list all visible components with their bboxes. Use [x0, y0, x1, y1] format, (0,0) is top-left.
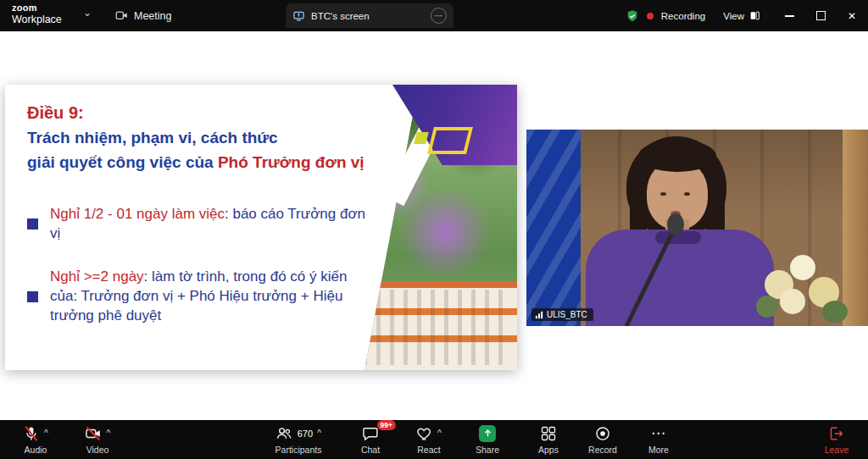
- slide-title-line1: Trách nhiệm, phạm vi, cách thức: [27, 129, 278, 147]
- participant-name-badge: ULIS_BTC: [531, 308, 593, 321]
- view-layout-icon: [749, 10, 760, 21]
- chat-label: Chat: [361, 445, 380, 455]
- microphone-muted-icon: [23, 425, 40, 442]
- participants-label: Participants: [275, 445, 322, 455]
- slide-title: Trách nhiệm, phạm vi, cách thức giải quy…: [27, 126, 366, 174]
- more-button[interactable]: ⋯ More: [648, 424, 669, 455]
- bullet-square-icon: [27, 291, 38, 302]
- share-button[interactable]: Share: [476, 424, 499, 455]
- video-label: Video: [86, 445, 109, 455]
- audio-level-icon: [535, 311, 543, 319]
- record-label: Record: [588, 445, 617, 455]
- more-dots-icon: ⋯: [651, 424, 666, 442]
- leave-button[interactable]: Leave: [825, 424, 849, 455]
- shared-screen-slide: Điều 9: Trách nhiệm, phạm vi, cách thức …: [5, 85, 517, 370]
- screen-tab-label: BTC's screen: [311, 11, 370, 21]
- audio-button[interactable]: ^ Audio: [23, 424, 48, 455]
- participant-name: ULIS_BTC: [547, 310, 587, 319]
- participants-button[interactable]: 670 ^ Participants: [275, 424, 322, 455]
- recording-label: Recording: [661, 11, 705, 21]
- view-button[interactable]: View: [723, 10, 760, 21]
- bullet1-red-text: Nghỉ 1/2 - 01 ngày làm việc: [50, 206, 225, 222]
- close-button[interactable]: ✕: [848, 11, 856, 21]
- share-label: Share: [476, 445, 499, 455]
- window-controls: ✕: [785, 11, 856, 21]
- chat-icon: [362, 425, 379, 442]
- react-options-chevron[interactable]: ^: [437, 428, 442, 436]
- maximize-button[interactable]: [816, 11, 826, 20]
- heart-icon: [416, 425, 433, 442]
- audio-options-chevron[interactable]: ^: [44, 428, 48, 436]
- slide-title-line2-blue: giải quyết công việc của: [27, 153, 218, 171]
- slide-heading: Điều 9:: [27, 103, 366, 123]
- slide-bullet-2: Nghỉ >=2 ngày: làm tờ trình, trong đó có…: [27, 268, 366, 326]
- zoom-workplace-logo: zoom Workplace: [12, 3, 62, 26]
- zoom-logo-text: zoom: [12, 3, 62, 14]
- apps-grid-icon: [540, 425, 557, 442]
- monitor-icon: [292, 10, 305, 22]
- workplace-logo-text: Workplace: [12, 14, 62, 26]
- bullet-square-icon: [27, 218, 38, 230]
- speaker-video-tile[interactable]: ULIS_BTC: [526, 130, 868, 326]
- react-button[interactable]: ^ React: [416, 424, 442, 455]
- slide-title-line2-red: Phó Trưởng đơn vị: [218, 153, 364, 171]
- meeting-toolbar: ^ Audio ^ Video: [0, 420, 868, 459]
- share-screen-icon: [479, 425, 496, 442]
- flower-arrangement: [756, 248, 849, 326]
- tab-btcs-screen[interactable]: BTC's screen ⋯: [286, 3, 453, 28]
- workspace-chevron-icon[interactable]: ⌄: [83, 7, 92, 19]
- bullet2-red-text: Nghỉ >=2 ngày: [50, 268, 144, 285]
- titlebar-right: Recording View ✕: [626, 0, 868, 31]
- participants-count: 670: [298, 429, 313, 439]
- titlebar: zoom Workplace ⌄ Meeting BTC's screen ⋯: [0, 0, 868, 31]
- slide-bullet-1: Nghỉ 1/2 - 01 ngày làm việc: báo cáo Trư…: [27, 205, 366, 244]
- react-label: React: [417, 445, 440, 455]
- recording-dot-icon: [647, 13, 654, 19]
- participants-icon: [275, 425, 293, 442]
- slide-building-image: [348, 281, 517, 370]
- leave-icon: [828, 425, 845, 442]
- security-shield-icon[interactable]: [626, 9, 639, 23]
- chat-unread-badge: 99+: [377, 420, 396, 430]
- audio-label: Audio: [25, 445, 47, 455]
- apps-button[interactable]: Apps: [538, 424, 559, 455]
- slide-text-block: Điều 9: Trách nhiệm, phạm vi, cách thức …: [27, 103, 366, 326]
- view-label: View: [723, 11, 744, 21]
- meeting-icon: [115, 9, 128, 22]
- camera-off-icon: [84, 425, 102, 442]
- participants-options-chevron[interactable]: ^: [317, 428, 321, 436]
- video-button[interactable]: ^ Video: [84, 424, 110, 455]
- meeting-stage: Điều 9: Trách nhiệm, phạm vi, cách thức …: [0, 31, 868, 420]
- minimize-button[interactable]: [785, 15, 794, 17]
- apps-label: Apps: [538, 445, 559, 455]
- meeting-tab-label: Meeting: [134, 10, 171, 22]
- record-icon: [594, 425, 611, 442]
- tab-meeting[interactable]: Meeting: [115, 0, 171, 31]
- chat-button[interactable]: 99+ Chat: [361, 424, 380, 455]
- record-button[interactable]: Record: [588, 424, 617, 455]
- video-options-chevron[interactable]: ^: [106, 428, 110, 436]
- more-label: More: [648, 445, 669, 455]
- slide-yellow-square-outline: [427, 127, 473, 154]
- zoom-meeting-window: zoom Workplace ⌄ Meeting BTC's screen ⋯: [0, 0, 868, 459]
- tab-options-button[interactable]: ⋯: [431, 8, 447, 24]
- leave-label: Leave: [825, 445, 849, 455]
